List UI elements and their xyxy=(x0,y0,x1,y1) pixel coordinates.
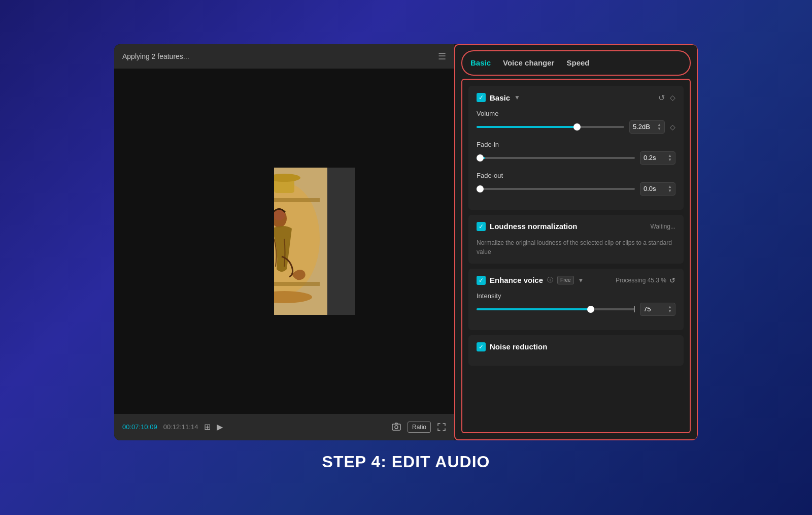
loudness-header: ✓ Loudness normalization Waiting... xyxy=(477,222,675,231)
enhance-checkbox[interactable]: ✓ xyxy=(477,276,486,285)
fadein-label: Fade-in xyxy=(477,141,675,148)
loudness-title-row: ✓ Loudness normalization xyxy=(477,222,578,231)
intensity-tick xyxy=(634,306,635,312)
svg-point-10 xyxy=(395,426,398,429)
tabs-bar: Basic Voice changer Speed xyxy=(461,50,691,76)
time-start: 00:07:10:09 xyxy=(122,423,157,431)
svg-rect-9 xyxy=(392,424,400,430)
volume-track[interactable] xyxy=(477,126,624,128)
video-thumbnail xyxy=(193,168,376,315)
intensity-track[interactable] xyxy=(477,308,635,310)
video-area xyxy=(114,69,454,414)
intensity-fill xyxy=(477,308,591,310)
enhance-free-badge: Free xyxy=(557,276,574,284)
noise-reduction-section: ✓ Noise reduction xyxy=(468,335,684,366)
volume-label: Volume xyxy=(477,110,675,117)
grid-icon[interactable]: ⊞ xyxy=(204,422,211,432)
loudness-checkbox[interactable]: ✓ xyxy=(477,222,486,231)
left-header: Applying 2 features... ☰ xyxy=(114,44,454,69)
processing-text: Processing 45.3 % xyxy=(616,277,666,284)
intensity-spinner[interactable]: ▲ ▼ xyxy=(668,305,672,313)
enhance-section: ✓ Enhance voice ⓘ Free ▼ Processing 45.3… xyxy=(468,269,684,330)
enhance-header: ✓ Enhance voice ⓘ Free ▼ Processing 45.3… xyxy=(477,276,675,285)
volume-control: Volume 5.2dB ▲ ▼ ◇ xyxy=(477,110,675,134)
fadein-spinner[interactable]: ▲ ▼ xyxy=(668,154,672,162)
volume-value-box: 5.2dB ▲ ▼ xyxy=(629,120,665,134)
fadeout-label: Fade-out xyxy=(477,172,675,179)
loudness-check-icon: ✓ xyxy=(479,223,484,230)
volume-slider-row: 5.2dB ▲ ▼ ◇ xyxy=(477,120,675,134)
basic-diamond-icon[interactable]: ◇ xyxy=(670,93,675,102)
play-icon[interactable]: ▶ xyxy=(217,422,223,432)
fadein-track[interactable] xyxy=(477,157,635,159)
intensity-thumb[interactable] xyxy=(587,306,594,313)
fadein-control: Fade-in 0.2s ▲ ▼ xyxy=(477,141,675,165)
noise-reduction-title: Noise reduction xyxy=(490,342,547,351)
basic-chevron[interactable]: ▼ xyxy=(514,94,520,101)
fadeout-thumb[interactable] xyxy=(477,185,484,192)
fadein-slider-row: 0.2s ▲ ▼ xyxy=(477,151,675,165)
enhance-title-row: ✓ Enhance voice ⓘ Free ▼ xyxy=(477,276,616,285)
intensity-down-arrow[interactable]: ▼ xyxy=(668,309,672,313)
noise-reduction-header: ✓ Noise reduction xyxy=(477,342,675,351)
intensity-slider-row: 75 ▲ ▼ xyxy=(477,303,675,316)
fadeout-down-arrow[interactable]: ▼ xyxy=(668,189,672,193)
loudness-description: Normalize the original loudness of the s… xyxy=(477,238,675,256)
loudness-status: Waiting... xyxy=(650,223,675,230)
tab-voice-changer[interactable]: Voice changer xyxy=(503,56,554,69)
check-icon: ✓ xyxy=(479,94,484,101)
loudness-section: ✓ Loudness normalization Waiting... Norm… xyxy=(468,215,684,264)
basic-reset-icon[interactable]: ↺ xyxy=(658,93,665,103)
right-panel: Basic Voice changer Speed ✓ Basic ▼ ↺ xyxy=(454,44,698,440)
video-left-black xyxy=(193,168,274,315)
enhance-check-icon: ✓ xyxy=(479,277,484,284)
fadeout-spinner[interactable]: ▲ ▼ xyxy=(668,185,672,193)
volume-thumb[interactable] xyxy=(573,123,581,131)
basic-checkbox[interactable]: ✓ xyxy=(477,93,486,102)
intensity-value-box: 75 ▲ ▼ xyxy=(640,303,675,316)
ratio-button[interactable]: Ratio xyxy=(408,422,431,433)
left-footer: 00:07:10:09 00:12:11:14 ⊞ ▶ Ratio xyxy=(114,414,454,440)
noise-reduction-checkbox[interactable]: ✓ xyxy=(477,342,486,351)
tab-basic[interactable]: Basic xyxy=(470,56,491,69)
fadein-value: 0.2s xyxy=(644,154,656,162)
basic-section-icons: ↺ ◇ xyxy=(658,93,675,103)
basic-section: ✓ Basic ▼ ↺ ◇ Volume xyxy=(468,86,684,210)
noise-check-icon: ✓ xyxy=(479,343,484,350)
basic-section-title: Basic xyxy=(490,93,510,102)
right-content: ✓ Basic ▼ ↺ ◇ Volume xyxy=(461,79,691,433)
volume-fill xyxy=(477,126,577,128)
enhance-title: Enhance voice xyxy=(490,276,543,284)
main-container: Applying 2 features... ☰ xyxy=(114,44,698,440)
intensity-control: Intensity 75 ▲ ▼ xyxy=(477,292,675,316)
fadein-down-arrow[interactable]: ▼ xyxy=(668,158,672,162)
applying-label: Applying 2 features... xyxy=(122,52,189,60)
loudness-title: Loudness normalization xyxy=(490,222,578,231)
fullscreen-icon[interactable] xyxy=(437,423,446,432)
free-badge-label: Free xyxy=(560,277,571,283)
noise-reduction-title-row: ✓ Noise reduction xyxy=(477,342,547,351)
screenshot-icon[interactable] xyxy=(391,422,401,432)
volume-spinner[interactable]: ▲ ▼ xyxy=(657,123,661,131)
enhance-chevron[interactable]: ▼ xyxy=(578,277,584,284)
fadeout-value-box: 0.0s ▲ ▼ xyxy=(640,182,675,196)
fadeout-track[interactable] xyxy=(477,188,635,190)
enhance-status-row: Processing 45.3 % ↺ xyxy=(616,276,675,284)
left-panel: Applying 2 features... ☰ xyxy=(114,44,454,440)
fadeout-slider-row: 0.0s ▲ ▼ xyxy=(477,182,675,196)
intensity-label: Intensity xyxy=(477,292,675,300)
enhance-refresh-icon[interactable]: ↺ xyxy=(669,276,675,284)
step-label: STEP 4: EDIT AUDIO xyxy=(322,453,490,471)
hamburger-icon[interactable]: ☰ xyxy=(438,51,446,62)
volume-diamond-icon[interactable]: ◇ xyxy=(670,123,675,131)
volume-down-arrow[interactable]: ▼ xyxy=(657,127,661,131)
tab-speed[interactable]: Speed xyxy=(566,56,589,69)
basic-title-row: ✓ Basic ▼ xyxy=(477,93,520,102)
fadein-thumb[interactable] xyxy=(477,154,484,162)
video-right-black xyxy=(355,168,376,315)
time-end: 00:12:11:14 xyxy=(163,423,198,431)
enhance-info-icon[interactable]: ⓘ xyxy=(547,276,553,284)
volume-value: 5.2dB xyxy=(633,123,650,131)
fadein-value-box: 0.2s ▲ ▼ xyxy=(640,151,675,165)
fadeout-control: Fade-out 0.0s ▲ ▼ xyxy=(477,172,675,196)
